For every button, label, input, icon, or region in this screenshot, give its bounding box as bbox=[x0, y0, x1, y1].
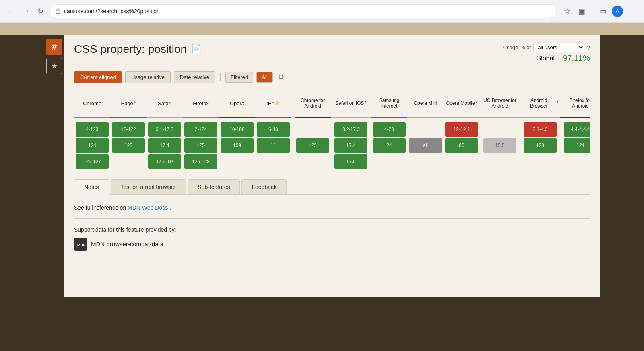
version-chrome-android-1 bbox=[296, 122, 329, 137]
version-opera-mobile-3 bbox=[445, 154, 478, 169]
menu-button[interactable]: ⋮ bbox=[626, 6, 638, 17]
browser-col-samsung: Samsung Internet 4-23 24 bbox=[371, 93, 407, 170]
usage-percent: 97.11% bbox=[563, 54, 590, 63]
version-android-browser-2[interactable]: 123 bbox=[524, 138, 557, 153]
usage-help-button[interactable]: ? bbox=[587, 44, 590, 51]
back-button[interactable]: ← bbox=[6, 6, 16, 16]
version-opera-mini-3 bbox=[409, 154, 442, 169]
refresh-button[interactable]: ↻ bbox=[35, 6, 45, 16]
ie-asterisk: * bbox=[272, 100, 274, 106]
edge-asterisk: * bbox=[134, 100, 136, 106]
version-opera-1[interactable]: 10-108 bbox=[221, 122, 254, 137]
filter-usage-relative[interactable]: Usage relative bbox=[125, 71, 171, 83]
version-opera-mobile-1[interactable]: 12-12.1 bbox=[445, 122, 478, 137]
page-title: CSS property: position 📄 bbox=[74, 43, 202, 56]
extensions-button[interactable]: ▣ bbox=[576, 6, 587, 17]
page-title-icon: 📄 bbox=[191, 44, 202, 54]
tabs-bar: Notes Test on a real browser Sub-feature… bbox=[74, 179, 590, 195]
version-safari-1[interactable]: 3.1-17.3 bbox=[148, 122, 181, 137]
version-uc-android-2[interactable]: 15.5 bbox=[483, 138, 516, 153]
left-sidebar: # ★ bbox=[44, 35, 64, 297]
browser-col-edge: Edge * 12-122 123 bbox=[110, 93, 147, 170]
browser-name-safari: Safari bbox=[156, 93, 173, 117]
bottom-dark bbox=[0, 305, 644, 321]
browser-col-chrome: Chrome 4-123 124 125-127 bbox=[74, 93, 110, 170]
compat-table: Chrome 4-123 124 125-127 Edge * 12-122 1… bbox=[74, 93, 590, 170]
underline-safari bbox=[147, 117, 183, 118]
forward-button[interactable]: → bbox=[21, 6, 31, 16]
android-browser-asterisk: * bbox=[557, 100, 559, 106]
version-ie-1[interactable]: 6-10 bbox=[257, 122, 290, 137]
version-opera-mobile-2[interactable]: 80 bbox=[445, 138, 478, 153]
version-opera-3 bbox=[221, 154, 254, 169]
usage-select[interactable]: all users tracked users bbox=[533, 43, 584, 52]
version-edge-1[interactable]: 12-122 bbox=[112, 122, 145, 137]
underline-chrome-android bbox=[295, 117, 331, 118]
opera-mobile-asterisk: * bbox=[476, 100, 478, 106]
version-firefox-android-1[interactable]: 4.4-4.4.4 bbox=[564, 122, 590, 137]
cast-button[interactable]: ▭ bbox=[597, 6, 609, 17]
version-safari-2[interactable]: 17.4 bbox=[148, 138, 181, 153]
version-firefox-android-2[interactable]: 124 bbox=[564, 138, 590, 153]
version-firefox-1[interactable]: 2-124 bbox=[184, 122, 217, 137]
browser-name-uc-android: UC Browser for Android bbox=[480, 93, 520, 117]
browser-name-safari-ios: Safari on iOS * bbox=[334, 93, 368, 117]
version-chrome-2[interactable]: 124 bbox=[76, 138, 109, 153]
address-bar[interactable]: caniuse.com/?search=css%20position bbox=[50, 4, 557, 18]
content-panel: # ★ CSS property: position 📄 Usage % of … bbox=[44, 35, 600, 297]
avatar[interactable]: A bbox=[612, 6, 623, 17]
tab-feedback[interactable]: Feedback bbox=[242, 179, 286, 194]
version-samsung-2[interactable]: 24 bbox=[373, 138, 406, 153]
mdn-link[interactable]: MDN Web Docs bbox=[128, 204, 168, 211]
underline-firefox-android bbox=[560, 117, 590, 118]
version-safari-ios-3[interactable]: 17.5 bbox=[334, 154, 367, 169]
version-android-browser-3 bbox=[524, 154, 557, 169]
tab-subfeatures[interactable]: Sub-features bbox=[188, 179, 240, 194]
usage-percent-label: % of bbox=[520, 44, 531, 50]
version-ie-3 bbox=[257, 154, 290, 169]
version-safari-ios-1[interactable]: 3.2-17.3 bbox=[334, 122, 367, 137]
notes-reference-text: See full reference on MDN Web Docs . bbox=[74, 203, 590, 212]
browser-col-safari-ios: Safari on iOS * 3.2-17.3 17.4 17.5 bbox=[331, 93, 371, 170]
filter-filtered[interactable]: Filtered bbox=[225, 72, 253, 83]
version-chrome-3[interactable]: 125-127 bbox=[76, 154, 109, 169]
version-edge-2[interactable]: 123 bbox=[112, 138, 145, 153]
lock-icon bbox=[55, 8, 61, 14]
browser-name-firefox-android: Firefox for Android bbox=[560, 93, 590, 117]
tab-test[interactable]: Test on a real browser bbox=[111, 179, 186, 194]
browser-chrome: ← → ↻ caniuse.com/?search=css%20position… bbox=[0, 0, 644, 23]
filter-all[interactable]: All bbox=[256, 72, 272, 83]
browser-name-chrome: Chrome bbox=[81, 93, 103, 117]
underline-uc-android bbox=[480, 117, 520, 118]
safari-ios-asterisk: * bbox=[365, 100, 367, 106]
bookmark-button[interactable]: ☆ bbox=[561, 6, 573, 17]
top-bar bbox=[0, 23, 644, 35]
filter-current-aligned[interactable]: Current aligned bbox=[74, 71, 122, 83]
underline-opera-mobile bbox=[444, 117, 480, 118]
version-chrome-android-2[interactable]: 123 bbox=[296, 138, 329, 153]
browser-col-opera-mobile: Opera Mobile * 12-12.1 80 bbox=[444, 93, 480, 170]
version-samsung-1[interactable]: 4-23 bbox=[373, 122, 406, 137]
filter-date-relative[interactable]: Date relative bbox=[174, 71, 215, 83]
version-safari-ios-2[interactable]: 17.4 bbox=[334, 138, 367, 153]
version-ie-2[interactable]: 11 bbox=[257, 138, 290, 153]
tab-notes[interactable]: Notes bbox=[74, 179, 109, 195]
version-firefox-2[interactable]: 125 bbox=[184, 138, 217, 153]
underline-ie bbox=[255, 117, 291, 118]
sidebar-star-button[interactable]: ★ bbox=[46, 58, 62, 74]
version-chrome-1[interactable]: 4-123 bbox=[76, 122, 109, 137]
underline-android-browser bbox=[520, 117, 560, 118]
browser-col-opera: Opera 10-108 109 bbox=[219, 93, 255, 170]
underline-chrome bbox=[74, 117, 110, 118]
browser-name-edge: Edge * bbox=[119, 93, 137, 117]
version-firefox-3[interactable]: 126-128 bbox=[184, 154, 217, 169]
version-safari-3[interactable]: 17.5-TP bbox=[148, 154, 181, 169]
settings-button[interactable]: ⚙ bbox=[276, 71, 286, 83]
sidebar-hash-button[interactable]: # bbox=[46, 39, 62, 55]
version-android-browser-1[interactable]: 2.1-4.3 bbox=[524, 122, 557, 137]
version-opera-mini-2[interactable]: all bbox=[409, 138, 442, 153]
browser-col-opera-mini: Opera Mini all bbox=[407, 93, 444, 170]
version-opera-2[interactable]: 109 bbox=[221, 138, 254, 153]
mdn-logo-svg: MDN bbox=[76, 239, 85, 249]
underline-opera bbox=[219, 117, 255, 118]
